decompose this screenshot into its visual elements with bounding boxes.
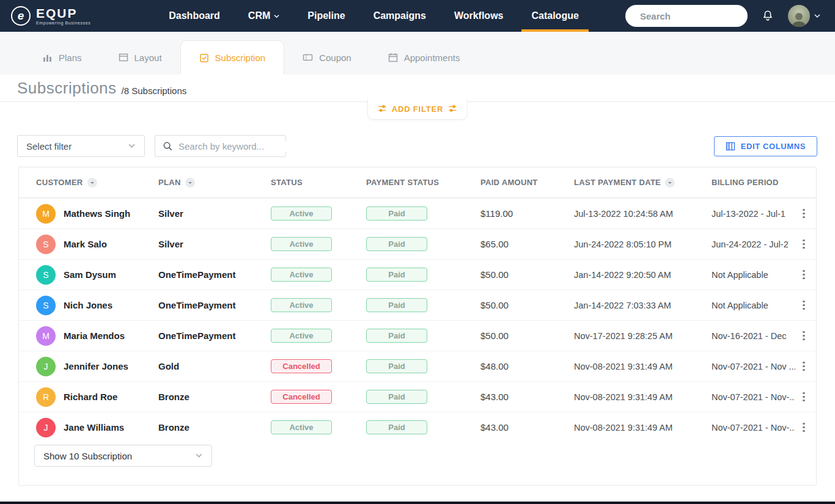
brand-logo-icon: e bbox=[11, 6, 31, 26]
user-menu[interactable] bbox=[788, 5, 820, 27]
customer-name: Maria Mendos bbox=[64, 331, 125, 341]
avatar: S bbox=[36, 235, 56, 254]
table-row: SSam Dysum OneTimePayment Active Paid $5… bbox=[19, 259, 816, 290]
nav-label: CRM bbox=[248, 10, 270, 21]
tab-layout[interactable]: Layout bbox=[100, 40, 180, 75]
nav-item-pipeline[interactable]: Pipeline bbox=[298, 0, 355, 32]
payment-status-badge: Paid bbox=[366, 329, 427, 343]
customer-name: Jennifer Jones bbox=[64, 361, 128, 371]
avatar: S bbox=[36, 296, 56, 315]
row-actions-kebab-icon[interactable] bbox=[800, 206, 807, 221]
table-header-row: CUSTOMER PLAN STATUS PAYMENT STATUS PAID… bbox=[19, 167, 816, 198]
notifications-bell-icon[interactable] bbox=[761, 9, 774, 23]
chevron-down-icon bbox=[195, 451, 203, 461]
nav-item-catalogue[interactable]: Catalogue bbox=[521, 0, 588, 32]
table-row: JJennifer Jones Gold Cancelled Paid $48.… bbox=[19, 351, 816, 381]
tab-label: Plans bbox=[59, 53, 82, 63]
payment-status-badge: Paid bbox=[366, 237, 427, 251]
filter-select[interactable]: Select filter bbox=[17, 135, 145, 157]
sliders-icon bbox=[378, 104, 387, 113]
catalogue-tabbar: Plans Layout Subscription Coupon Appoint… bbox=[0, 32, 835, 75]
tab-subscription[interactable]: Subscription bbox=[180, 40, 285, 75]
last-payment-date: Nov-08-2021 9:31:49 AM bbox=[574, 392, 712, 402]
keyword-search bbox=[155, 135, 286, 157]
brand-tagline: Empowering Businesses bbox=[36, 21, 90, 25]
row-actions-kebab-icon[interactable] bbox=[800, 329, 807, 343]
status-badge: Cancelled bbox=[271, 390, 332, 404]
paid-amount: $50.00 bbox=[480, 300, 574, 310]
bar-chart-icon bbox=[43, 53, 53, 62]
row-actions-kebab-icon[interactable] bbox=[800, 420, 807, 435]
status-badge: Active bbox=[271, 298, 332, 312]
plan-name: OneTimePayment bbox=[158, 331, 271, 341]
plan-name: Bronze bbox=[158, 422, 271, 433]
last-payment-date: Jun-24-2022 8:05:10 PM bbox=[574, 239, 712, 249]
tab-label: Layout bbox=[134, 53, 162, 63]
sort-icon[interactable] bbox=[665, 178, 675, 188]
nav-item-workflows[interactable]: Workflows bbox=[444, 0, 513, 32]
nav-item-dashboard[interactable]: Dashboard bbox=[159, 0, 230, 32]
customer-name: Richard Roe bbox=[64, 392, 117, 402]
tab-coupon[interactable]: Coupon bbox=[284, 40, 370, 75]
row-actions-kebab-icon[interactable] bbox=[800, 390, 807, 404]
billing-period: Nov-07-2021 - Nov-... bbox=[712, 423, 795, 433]
column-header-plan: PLAN bbox=[158, 178, 181, 187]
edit-columns-button[interactable]: EDIT COLUMNS bbox=[714, 136, 817, 156]
status-badge: Active bbox=[271, 237, 332, 251]
plan-name: Silver bbox=[158, 239, 271, 249]
paid-amount: $119.00 bbox=[480, 208, 574, 219]
tab-plans[interactable]: Plans bbox=[24, 40, 100, 75]
table-row: RRichard Roe Bronze Cancelled Paid $43.0… bbox=[19, 381, 816, 412]
status-badge: Active bbox=[271, 206, 332, 221]
payment-status-badge: Paid bbox=[366, 359, 427, 373]
keyword-search-input[interactable] bbox=[178, 141, 300, 152]
plan-name: OneTimePayment bbox=[158, 269, 271, 280]
columns-icon bbox=[726, 142, 735, 151]
top-navbar: e EQUP Empowering Businesses Dashboard C… bbox=[0, 0, 835, 32]
billing-period: Not Applicable bbox=[712, 301, 795, 310]
paid-amount: $50.00 bbox=[480, 331, 574, 341]
column-header-payment-status: PAYMENT STATUS bbox=[366, 178, 439, 187]
sort-icon[interactable] bbox=[87, 178, 97, 188]
filter-select-value: Select filter bbox=[26, 141, 72, 152]
billing-period: Jul-13-2022 - Jul-1 bbox=[712, 209, 795, 219]
avatar: M bbox=[36, 326, 56, 346]
subscription-count: /8 Subscriptions bbox=[122, 86, 187, 96]
add-filter-label: ADD FILTER bbox=[392, 104, 443, 114]
billing-period: Nov-16-2021 - Dec bbox=[712, 331, 795, 341]
last-payment-date: Nov-08-2021 9:31:49 AM bbox=[574, 423, 712, 433]
billing-period: Not Applicable bbox=[712, 270, 795, 280]
nav-label: Campaigns bbox=[373, 10, 426, 21]
tab-appointments[interactable]: Appointments bbox=[370, 40, 479, 75]
chevron-down-icon bbox=[814, 10, 820, 21]
nav-item-crm[interactable]: CRM bbox=[238, 0, 289, 32]
customer-name: Mathews Singh bbox=[64, 208, 130, 219]
paid-amount: $43.00 bbox=[480, 422, 574, 433]
row-actions-kebab-icon[interactable] bbox=[800, 237, 807, 252]
nav-item-campaigns[interactable]: Campaigns bbox=[364, 0, 436, 32]
payment-status-badge: Paid bbox=[366, 298, 427, 312]
sliders-icon bbox=[448, 104, 457, 113]
add-filter-button[interactable]: ADD FILTER bbox=[367, 98, 468, 120]
column-header-customer: CUSTOMER bbox=[36, 178, 83, 187]
payment-status-badge: Paid bbox=[366, 268, 427, 282]
chevron-down-icon bbox=[274, 13, 279, 19]
table-row: MMaria Mendos OneTimePayment Active Paid… bbox=[19, 320, 816, 351]
customer-name: Mark Salo bbox=[64, 239, 107, 249]
status-badge: Active bbox=[271, 268, 332, 282]
column-header-last-payment-date: LAST PAYMENT DATE bbox=[574, 178, 661, 187]
row-actions-kebab-icon[interactable] bbox=[800, 298, 807, 313]
row-actions-kebab-icon[interactable] bbox=[800, 268, 807, 282]
row-actions-kebab-icon[interactable] bbox=[800, 359, 807, 374]
avatar: R bbox=[36, 387, 56, 407]
page-size-select[interactable]: Show 10 Subscription bbox=[34, 445, 212, 467]
coupon-ticket-icon bbox=[303, 53, 313, 62]
brand-logo[interactable]: e EQUP Empowering Businesses bbox=[11, 6, 90, 26]
layout-icon bbox=[119, 53, 128, 62]
avatar: J bbox=[36, 418, 56, 437]
table-row: MMathews Singh Silver Active Paid $119.0… bbox=[19, 198, 816, 228]
nav-label: Workflows bbox=[454, 10, 504, 21]
customer-name: Jane Williams bbox=[64, 422, 124, 433]
global-search-input[interactable] bbox=[640, 11, 763, 21]
sort-icon[interactable] bbox=[185, 178, 195, 188]
